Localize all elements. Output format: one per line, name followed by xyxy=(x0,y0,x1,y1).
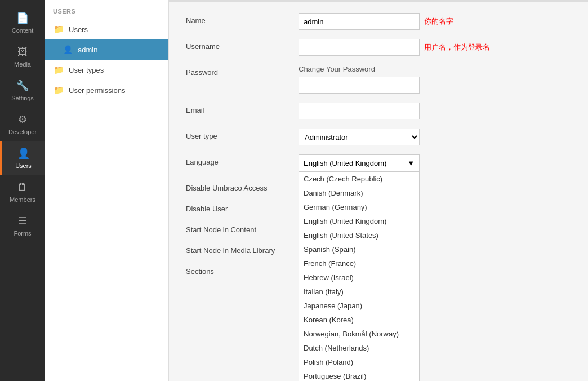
media-icon: 🖼 xyxy=(16,45,29,59)
nav-item-admin-label: admin xyxy=(78,46,97,54)
sidebar-item-members-label: Members xyxy=(10,196,35,203)
sidebar-item-media-label: Media xyxy=(14,61,31,68)
lang-option-italian[interactable]: Italian (Italy) xyxy=(299,285,419,299)
icon-sidebar: 📄 Content 🖼 Media 🔧 Settings ⚙ Developer… xyxy=(0,0,45,381)
sidebar-item-users[interactable]: 👤 Users xyxy=(0,141,45,175)
users-icon: 👤 xyxy=(17,147,30,160)
language-control-wrap: English (United Kingdom) ▼ Czech (Czech … xyxy=(299,154,571,171)
lang-option-hebrew[interactable]: Hebrew (Israel) xyxy=(299,271,419,285)
email-row: Email xyxy=(186,103,571,119)
user-type-label: User type xyxy=(186,129,299,140)
disable-user-label: Disable User xyxy=(186,201,299,213)
language-dropdown-container: English (United Kingdom) ▼ Czech (Czech … xyxy=(299,154,420,171)
username-control-wrap: 用户名，作为登录名 xyxy=(299,39,571,56)
start-node-media-label: Start Node in Media Library xyxy=(186,243,299,255)
content-inner: Name 你的名字 Username 用户名，作为登录名 Password xyxy=(169,2,588,320)
nav-item-users[interactable]: 📁 Users xyxy=(45,19,168,39)
folder-icon-user-permissions: 📁 xyxy=(53,85,64,96)
chevron-down-icon: ▼ xyxy=(407,159,415,167)
password-label: Password xyxy=(186,65,299,77)
lang-option-czech[interactable]: Czech (Czech Republic) xyxy=(299,172,419,186)
lang-option-portuguese[interactable]: Portuguese (Brazil) xyxy=(299,369,419,381)
lang-option-korean[interactable]: Korean (Korea) xyxy=(299,313,419,327)
developer-icon: ⚙ xyxy=(16,113,29,126)
lang-option-dutch[interactable]: Dutch (Netherlands) xyxy=(299,341,419,355)
nav-item-user-types[interactable]: 📁 User types xyxy=(45,60,168,80)
lang-option-german[interactable]: German (Germany) xyxy=(299,200,419,214)
lang-option-polish[interactable]: Polish (Poland) xyxy=(299,355,419,369)
sidebar-item-settings-label: Settings xyxy=(11,95,34,101)
language-dropdown-list[interactable]: Czech (Czech Republic)Danish (Denmark)Ge… xyxy=(299,171,420,381)
nav-panel: USERS 📁 Users 👤 admin 📁 User types 📁 Use… xyxy=(45,0,169,381)
change-password-label: Change Your Password xyxy=(299,65,571,73)
main-content: Name 你的名字 Username 用户名，作为登录名 Password xyxy=(169,0,588,381)
lang-option-spanish[interactable]: Spanish (Spain) xyxy=(299,242,419,256)
disable-umbraco-access-label: Disable Umbraco Access xyxy=(186,180,299,192)
name-row: Name 你的名字 xyxy=(186,13,571,30)
name-hint: 你的名字 xyxy=(424,16,453,26)
password-input[interactable] xyxy=(299,77,420,94)
name-hint-row: 你的名字 xyxy=(299,13,571,30)
sidebar-item-media[interactable]: 🖼 Media xyxy=(0,39,45,73)
user-type-control-wrap: Administrator xyxy=(299,129,571,145)
sidebar-item-developer[interactable]: ⚙ Developer xyxy=(0,107,45,141)
sidebar-item-forms[interactable]: ☰ Forms xyxy=(0,209,45,242)
sidebar-item-settings[interactable]: 🔧 Settings xyxy=(0,73,45,107)
username-input[interactable] xyxy=(299,39,420,56)
username-hint-row: 用户名，作为登录名 xyxy=(299,39,571,56)
nav-item-user-permissions[interactable]: 📁 User permissions xyxy=(45,80,168,100)
email-control-wrap xyxy=(299,103,571,119)
lang-option-norwegian[interactable]: Norwegian, Bokmål (Norway) xyxy=(299,327,419,341)
start-node-content-label: Start Node in Content xyxy=(186,222,299,234)
settings-icon: 🔧 xyxy=(16,79,29,92)
nav-item-user-types-label: User types xyxy=(69,66,104,74)
language-dropdown-selected[interactable]: English (United Kingdom) ▼ xyxy=(299,154,420,171)
password-control-wrap: Change Your Password xyxy=(299,65,571,94)
nav-item-admin[interactable]: 👤 admin xyxy=(45,39,168,60)
content-icon: 📄 xyxy=(16,11,29,25)
members-icon: 🗒 xyxy=(16,180,29,194)
folder-icon-users: 📁 xyxy=(53,24,64,35)
name-control-wrap: 你的名字 xyxy=(299,13,571,30)
forms-icon: ☰ xyxy=(16,214,29,228)
user-type-select[interactable]: Administrator xyxy=(299,129,420,145)
user-icon-nav: 👤 xyxy=(62,44,73,55)
username-hint: 用户名，作为登录名 xyxy=(424,42,490,52)
username-label: Username xyxy=(186,39,299,51)
language-row: Language English (United Kingdom) ▼ Czec… xyxy=(186,154,571,171)
username-row: Username 用户名，作为登录名 xyxy=(186,39,571,56)
email-input[interactable] xyxy=(299,103,420,119)
lang-option-english-us[interactable]: English (United States) xyxy=(299,228,419,242)
sidebar-item-forms-label: Forms xyxy=(14,230,31,237)
lang-option-danish[interactable]: Danish (Denmark) xyxy=(299,186,419,200)
language-label: Language xyxy=(186,154,299,166)
lang-option-japanese[interactable]: Japanese (Japan) xyxy=(299,299,419,313)
sidebar-item-content-label: Content xyxy=(12,27,34,34)
folder-icon-user-types: 📁 xyxy=(53,64,64,76)
lang-option-english-uk[interactable]: English (United Kingdom) xyxy=(299,214,419,228)
sidebar-item-content[interactable]: 📄 Content xyxy=(0,6,45,39)
user-type-row: User type Administrator xyxy=(186,129,571,145)
name-input[interactable] xyxy=(299,13,420,30)
password-row: Password Change Your Password xyxy=(186,65,571,94)
email-label: Email xyxy=(186,103,299,114)
sections-label: Sections xyxy=(186,264,299,276)
name-label: Name xyxy=(186,13,299,25)
sidebar-item-developer-label: Developer xyxy=(8,129,37,135)
sidebar-item-users-label: Users xyxy=(15,162,32,169)
language-selected-label: English (United Kingdom) xyxy=(304,159,386,167)
nav-section-title: USERS xyxy=(45,0,168,19)
nav-item-user-permissions-label: User permissions xyxy=(69,86,125,95)
sidebar-item-members[interactable]: 🗒 Members xyxy=(0,175,45,209)
lang-option-french[interactable]: French (France) xyxy=(299,256,419,271)
nav-item-users-label: Users xyxy=(69,25,88,34)
